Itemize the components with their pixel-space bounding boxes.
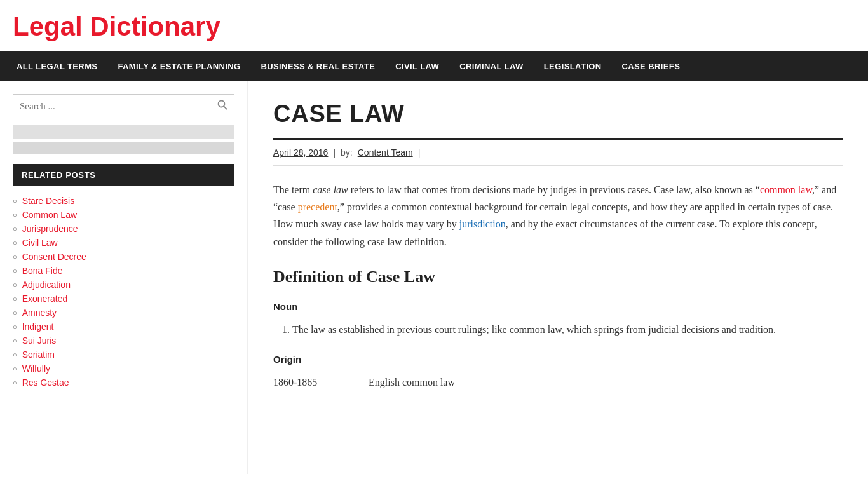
main-nav: ALL LEGAL TERMSFAMILY & ESTATE PLANNINGB… bbox=[0, 51, 868, 81]
list-item: Exonerated bbox=[13, 292, 234, 306]
article-meta: April 28, 2016 | by: Content Team | bbox=[273, 138, 843, 166]
definition-item-1: The law as established in previous court… bbox=[292, 321, 843, 338]
svg-line-1 bbox=[224, 106, 226, 109]
article-body: The term case law refers to law that com… bbox=[273, 181, 843, 391]
related-link[interactable]: Res Gestae bbox=[22, 377, 69, 388]
sidebar: RELATED POSTS Stare DecisisCommon LawJur… bbox=[0, 81, 248, 474]
list-item: Amnesty bbox=[13, 306, 234, 320]
nav-item-business---real-estate[interactable]: BUSINESS & REAL ESTATE bbox=[251, 51, 386, 81]
origin-heading: Origin bbox=[273, 351, 843, 368]
related-link[interactable]: Wilfully bbox=[22, 363, 50, 374]
nav-item-criminal-law[interactable]: CRIMINAL LAW bbox=[449, 51, 534, 81]
intro-text-1: The term bbox=[273, 184, 313, 195]
nav-item-case-briefs[interactable]: CASE BRIEFS bbox=[612, 51, 691, 81]
nav-item-all-legal-terms[interactable]: ALL LEGAL TERMS bbox=[6, 51, 107, 81]
list-item: Consent Decree bbox=[13, 250, 234, 264]
intro-text-2: refers to law that comes from decisions … bbox=[348, 184, 760, 195]
origin-table: 1860-1865 English common law bbox=[273, 374, 843, 391]
search-button[interactable] bbox=[217, 100, 227, 112]
list-item: Common Law bbox=[13, 208, 234, 222]
intro-italic: case law bbox=[313, 184, 348, 195]
related-link[interactable]: Adjudication bbox=[22, 280, 71, 290]
search-icon bbox=[217, 100, 227, 110]
list-item: Civil Law bbox=[13, 236, 234, 250]
list-item: Sui Juris bbox=[13, 334, 234, 348]
definition-list: The law as established in previous court… bbox=[292, 321, 843, 338]
list-item: Seriatim bbox=[13, 348, 234, 362]
meta-separator: | bbox=[333, 147, 336, 158]
precedent-link[interactable]: precedent bbox=[298, 201, 337, 212]
list-item: Wilfully bbox=[13, 362, 234, 376]
site-header: Legal Dictionary bbox=[0, 0, 868, 51]
nav-item-civil-law[interactable]: CIVIL LAW bbox=[385, 51, 449, 81]
origin-text: English common law bbox=[369, 374, 455, 391]
article-intro: The term case law refers to law that com… bbox=[273, 181, 843, 250]
search-box bbox=[13, 94, 234, 118]
related-link[interactable]: Bona Fide bbox=[22, 266, 63, 276]
origin-year: 1860-1865 bbox=[273, 374, 343, 391]
related-link[interactable]: Common Law bbox=[22, 210, 77, 220]
related-link[interactable]: Indigent bbox=[22, 322, 54, 332]
main-content: CASE LAW April 28, 2016 | by: Content Te… bbox=[248, 81, 868, 474]
related-link[interactable]: Stare Decisis bbox=[22, 196, 74, 206]
definition-section: Definition of Case Law Noun The law as e… bbox=[273, 263, 843, 339]
list-item: Bona Fide bbox=[13, 264, 234, 278]
sidebar-ad-banner-2 bbox=[13, 142, 234, 154]
origin-section: Origin 1860-1865 English common law bbox=[273, 351, 843, 391]
article-title: CASE LAW bbox=[273, 100, 843, 128]
list-item: Stare Decisis bbox=[13, 194, 234, 208]
jurisdiction-link[interactable]: jurisdiction bbox=[459, 219, 506, 229]
origin-row: 1860-1865 English common law bbox=[273, 374, 843, 391]
definition-heading: Definition of Case Law bbox=[273, 263, 843, 291]
meta-by: by: bbox=[341, 147, 353, 158]
related-link[interactable]: Seriatim bbox=[22, 349, 55, 360]
related-link[interactable]: Exonerated bbox=[22, 294, 68, 304]
related-posts-heading: RELATED POSTS bbox=[13, 164, 234, 186]
article-date[interactable]: April 28, 2016 bbox=[273, 147, 328, 158]
nav-item-legislation[interactable]: LEGISLATION bbox=[534, 51, 612, 81]
content-wrapper: RELATED POSTS Stare DecisisCommon LawJur… bbox=[0, 81, 868, 474]
site-logo[interactable]: Legal Dictionary bbox=[13, 11, 220, 42]
list-item: Jurisprudence bbox=[13, 222, 234, 236]
meta-pipe2: | bbox=[418, 147, 421, 158]
related-link[interactable]: Civil Law bbox=[22, 238, 58, 248]
list-item: Adjudication bbox=[13, 278, 234, 292]
related-link[interactable]: Amnesty bbox=[22, 308, 57, 318]
common-law-link[interactable]: common law bbox=[760, 184, 812, 195]
search-input[interactable] bbox=[20, 101, 217, 112]
related-link[interactable]: Jurisprudence bbox=[22, 224, 78, 234]
article-author[interactable]: Content Team bbox=[358, 147, 413, 158]
related-link[interactable]: Sui Juris bbox=[22, 336, 57, 346]
nav-item-family---estate-planning[interactable]: FAMILY & ESTATE PLANNING bbox=[107, 51, 250, 81]
definition-text-1: The law as established in previous court… bbox=[292, 324, 776, 335]
related-posts-list: Stare DecisisCommon LawJurisprudenceCivi… bbox=[13, 194, 234, 390]
list-item: Indigent bbox=[13, 320, 234, 334]
pos-label: Noun bbox=[273, 299, 843, 315]
related-link[interactable]: Consent Decree bbox=[22, 252, 86, 262]
list-item: Res Gestae bbox=[13, 376, 234, 390]
sidebar-ad-banner-1 bbox=[13, 125, 234, 139]
